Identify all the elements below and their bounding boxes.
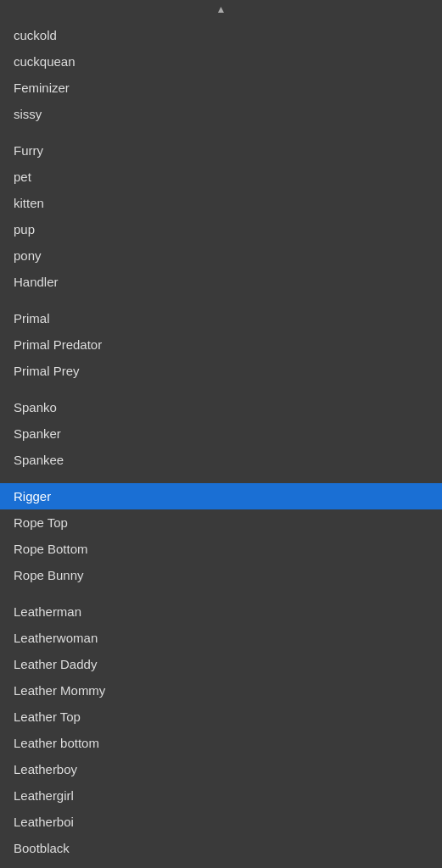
list-item-spankee[interactable]: Spankee: [0, 447, 442, 473]
primal-group: Primal Primal Predator Primal Prey: [0, 305, 442, 384]
rigger-group: Rigger Rope Top Rope Bottom Rope Bunny: [0, 483, 442, 588]
list-item-rope-bottom[interactable]: Rope Bottom: [0, 536, 442, 562]
list-container: cuckold cuckquean Feminizer sissy Furry …: [0, 22, 442, 868]
list-item-bootblack[interactable]: Bootblack: [0, 835, 442, 861]
list-item-pet[interactable]: pet: [0, 164, 442, 190]
list-item-primal-prey[interactable]: Primal Prey: [0, 358, 442, 384]
list-item-primal[interactable]: Primal: [0, 305, 442, 331]
list-item-feminizer[interactable]: Feminizer: [0, 75, 442, 101]
list-item-furry[interactable]: Furry: [0, 137, 442, 164]
spacer-4: [0, 473, 442, 483]
list-item-pony[interactable]: pony: [0, 242, 442, 269]
spacer-5: [0, 588, 442, 598]
list-item-kitten[interactable]: kitten: [0, 190, 442, 216]
list-item-spanko[interactable]: Spanko: [0, 394, 442, 420]
scroll-up-arrow[interactable]: ▲: [0, 0, 442, 22]
list-item-cuckquean[interactable]: cuckquean: [0, 48, 442, 75]
list-item-leather-daddy[interactable]: Leather Daddy: [0, 651, 442, 677]
list-item-handler[interactable]: Handler: [0, 269, 442, 295]
furry-group: Furry pet kitten pup pony Handler: [0, 137, 442, 295]
leather-group: Leatherman Leatherwoman Leather Daddy Le…: [0, 598, 442, 861]
list-item-leathergirl[interactable]: Leathergirl: [0, 782, 442, 809]
list-item-rope-bunny[interactable]: Rope Bunny: [0, 562, 442, 588]
list-item-leather-bottom[interactable]: Leather bottom: [0, 730, 442, 756]
list-item-rope-top[interactable]: Rope Top: [0, 509, 442, 536]
spacer-2: [0, 295, 442, 305]
list-item-leatherboy[interactable]: Leatherboy: [0, 756, 442, 782]
spanko-group: Spanko Spanker Spankee: [0, 394, 442, 473]
spacer-1: [0, 127, 442, 137]
list-item-spanker[interactable]: Spanker: [0, 420, 442, 447]
list-item-pup[interactable]: pup: [0, 216, 442, 242]
list-item-cuckold[interactable]: cuckold: [0, 22, 442, 48]
spacer-6: [0, 861, 442, 868]
list-item-primal-predator[interactable]: Primal Predator: [0, 331, 442, 358]
list-item-rigger[interactable]: Rigger: [0, 483, 442, 509]
list-item-leather-mommy[interactable]: Leather Mommy: [0, 677, 442, 704]
cuckold-group: cuckold cuckquean Feminizer sissy: [0, 22, 442, 127]
list-item-leather-top[interactable]: Leather Top: [0, 704, 442, 730]
spacer-3: [0, 384, 442, 394]
list-item-sissy[interactable]: sissy: [0, 101, 442, 127]
list-item-leatherman[interactable]: Leatherman: [0, 598, 442, 625]
list-item-leatherwoman[interactable]: Leatherwoman: [0, 625, 442, 651]
list-item-leatherboi[interactable]: Leatherboi: [0, 809, 442, 835]
